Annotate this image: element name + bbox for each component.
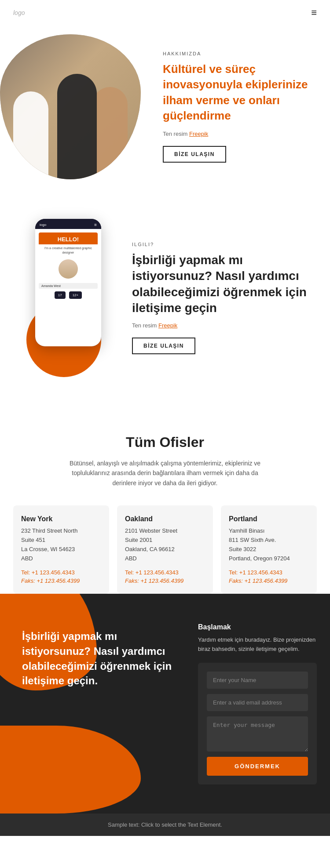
offices-section: Tüm Ofisler Bütünsel, anlayışlı ve alışı…: [0, 408, 330, 594]
third-person-silhouette: [92, 87, 128, 179]
cta-heading: İşbirliği yapmak mı istiyorsunuz? Nasıl …: [22, 629, 176, 688]
about-heading: Kültürel ve süreç inovasyonuyla ekipleri…: [163, 62, 312, 123]
office-city-portland: Portland: [229, 515, 309, 523]
office-tel-newyork: Tel: +1 123.456.4343: [21, 569, 101, 576]
cta-section: İşbirliği yapmak mı istiyorsunuz? Nasıl …: [0, 594, 330, 814]
office-fax-oakland: Faks: +1 123.456.4399: [125, 577, 205, 584]
contact-heading: İşbirliği yapmak mı istiyorsunuz? Nasıl …: [132, 252, 317, 316]
office-city-newyork: New York: [21, 515, 101, 523]
phone-mockup-wrapper: logo ≡ HELLO! I'm a creative multitalent…: [22, 214, 119, 381]
form-title: Başlamak: [198, 623, 317, 631]
form-submit-button[interactable]: GÖNDERMEK: [207, 757, 308, 776]
office-card-oakland: Oakland 2101 Webster StreetSuite 2001Oak…: [117, 505, 213, 594]
office-card-newyork: New York 232 Third Street NorthSuite 451…: [13, 505, 109, 594]
about-image-block: [0, 25, 150, 188]
form-name-input[interactable]: [207, 672, 308, 689]
phone-stats: 17 12+: [39, 291, 98, 299]
cta-right-form: Başlamak Yardım etmek için buradayız. Bi…: [189, 594, 330, 814]
about-circle-image: [0, 34, 141, 179]
office-address-oakland: 2101 Webster StreetSuite 2001Oakland, CA…: [125, 527, 205, 563]
contact-freepik-prefix: Ten resim: [132, 322, 158, 329]
hamburger-menu-icon[interactable]: ≡: [311, 7, 317, 18]
phone-menu-icon: ≡: [94, 222, 97, 227]
footer-text: Sample text: Click to select the Text El…: [108, 821, 222, 828]
phone-logo: logo: [40, 223, 46, 227]
contact-contact-button[interactable]: BİZE ULAŞIN: [132, 338, 195, 354]
about-content: HAKKIMIZDA Kültürel ve süreç inovasyonuy…: [150, 38, 330, 175]
office-address-portland: Yamhill Binası811 SW Sixth Ave.Suite 302…: [229, 527, 309, 563]
about-contact-button[interactable]: BİZE ULAŞIN: [163, 146, 226, 163]
contact-label: ILGILI?: [132, 242, 317, 247]
offices-grid: New York 232 Third Street NorthSuite 451…: [13, 505, 317, 594]
contact-freepik-line: Ten resim Freepik: [132, 322, 317, 329]
office-card-portland: Portland Yamhill Binası811 SW Sixth Ave.…: [221, 505, 317, 594]
office-address-newyork: 232 Third Street NorthSuite 451La Crosse…: [21, 527, 101, 563]
navbar: logo ≡: [0, 0, 330, 25]
contact-content: ILGILI? İşbirliği yapmak mı istiyorsunuz…: [132, 242, 317, 355]
phone-avatar-inner: [59, 259, 78, 279]
contact-form: GÖNDERMEK: [198, 663, 317, 784]
phone-stat-2: 12+: [69, 291, 82, 299]
phone-subtext: I'm a creative multitalented graphic des…: [39, 244, 98, 257]
about-freepik-line: Ten resim Freepik: [163, 131, 312, 137]
people-image: [0, 34, 141, 179]
office-fax-portland: Faks: +1 123.456.4399: [229, 577, 309, 584]
office-tel-oakland: Tel: +1 123.456.4343: [125, 569, 205, 576]
phone-top-bar: logo ≡: [35, 219, 101, 229]
logo: logo: [13, 9, 25, 16]
form-email-input[interactable]: [207, 694, 308, 711]
phone-screen: HELLO! I'm a creative multitalented grap…: [35, 229, 101, 346]
about-label: HAKKIMIZDA: [163, 51, 312, 56]
phone-hello-banner: HELLO!: [39, 232, 98, 244]
contact-section: logo ≡ HELLO! I'm a creative multitalent…: [0, 188, 330, 408]
office-fax-newyork: Faks: +1 123.456.4399: [21, 577, 101, 584]
footer: Sample text: Click to select the Text El…: [0, 814, 330, 836]
about-section: HAKKIMIZDA Kültürel ve süreç inovasyonuy…: [0, 25, 330, 188]
cta-left-content: İşbirliği yapmak mı istiyorsunuz? Nasıl …: [0, 594, 189, 814]
contact-freepik-link[interactable]: Freepik: [158, 322, 177, 329]
phone-stat-1: 17: [55, 291, 66, 299]
form-description: Yardım etmek için buradayız. Bize projen…: [198, 636, 317, 654]
offices-heading: Tüm Ofisler: [13, 434, 317, 450]
offices-description: Bütünsel, anlayışlı ve alışılmadık çalış…: [59, 458, 271, 488]
form-message-textarea[interactable]: [207, 716, 308, 752]
office-city-oakland: Oakland: [125, 515, 205, 523]
about-freepik-link[interactable]: Freepik: [189, 131, 208, 137]
phone-device: logo ≡ HELLO! I'm a creative multitalent…: [35, 219, 101, 346]
phone-name-bar: Amanda West: [39, 283, 98, 289]
office-tel-portland: Tel: +1 123.456.4343: [229, 569, 309, 576]
about-freepik-prefix: Ten resim: [163, 131, 189, 137]
phone-avatar: [59, 259, 78, 279]
